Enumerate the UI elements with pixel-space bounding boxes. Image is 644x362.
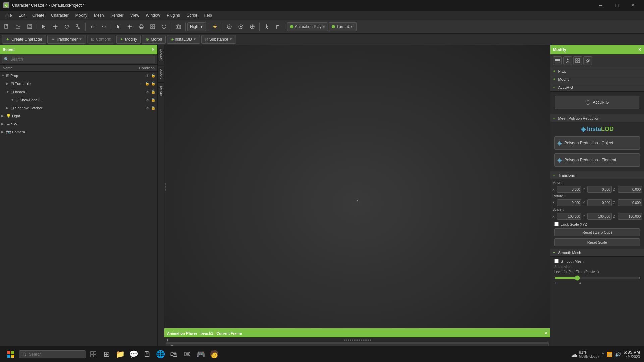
lock-scale-checkbox[interactable] xyxy=(554,222,559,226)
expand-light[interactable]: ▶ xyxy=(1,114,6,118)
taskbar-app-3[interactable]: 💬 xyxy=(127,348,140,360)
expand-sky[interactable]: ▶ xyxy=(1,122,6,126)
section-smooth-mesh[interactable]: − Smooth Mesh xyxy=(550,249,644,257)
taskbar-app-cc4[interactable]: 🧑 xyxy=(208,348,220,360)
anim-player-close[interactable]: ✕ xyxy=(544,331,547,336)
menu-view[interactable]: View xyxy=(127,12,143,19)
system-clock[interactable]: 6:35 PM 4/4/2023 xyxy=(624,350,640,359)
taskbar-app-7[interactable]: 🎮 xyxy=(195,348,207,360)
menu-create[interactable]: Create xyxy=(29,12,48,19)
smooth-level-slider[interactable] xyxy=(554,275,640,281)
camera-button[interactable] xyxy=(173,22,184,32)
eye3-icon[interactable]: 👁 xyxy=(145,98,150,102)
new-file-button[interactable] xyxy=(1,22,12,32)
modify-gear-icon[interactable] xyxy=(583,56,592,65)
create-character-button[interactable]: ✦ Create Character xyxy=(2,35,46,44)
menu-character[interactable]: Character xyxy=(48,12,72,19)
rotate-tool-button[interactable] xyxy=(61,22,72,32)
tree-row-showbonep[interactable]: ▼ ⊟ ShowBoneP... 👁 🔒 xyxy=(0,96,157,104)
tab-content[interactable]: Content xyxy=(158,45,164,65)
poly-reduce-element-button[interactable]: ◈ Polygon Reduction - Element xyxy=(554,153,640,167)
taskbar-app-edge[interactable]: 🌐 xyxy=(154,348,166,360)
rot-x-input[interactable] xyxy=(557,199,581,206)
menu-edit[interactable]: Edit xyxy=(15,12,29,19)
tree-row-prop[interactable]: ▼ ⊞ Prop 👁 🔒 xyxy=(0,72,157,80)
select-tool-button[interactable] xyxy=(39,22,49,32)
start-button[interactable] xyxy=(4,348,17,360)
substance-button[interactable]: ◎ Substance ▼ xyxy=(201,35,236,44)
render-settings-button[interactable] xyxy=(235,22,246,32)
tree-row-sky[interactable]: ▶ ☁ Sky xyxy=(0,120,157,128)
taskbar-search-input[interactable] xyxy=(29,352,82,357)
menu-help[interactable]: Help xyxy=(200,12,215,19)
taskbar-app-mail[interactable]: ✉ xyxy=(181,348,193,360)
smooth-mesh-checkbox[interactable] xyxy=(554,259,559,263)
modify-person-icon[interactable] xyxy=(563,56,572,65)
poly-button[interactable] xyxy=(159,22,169,32)
reset-scale-button[interactable]: Reset Scale xyxy=(554,238,640,246)
weather-widget[interactable]: ☁ 81°F Mostly cloudy xyxy=(571,350,599,358)
section-accurig[interactable]: − AccuRIG xyxy=(550,83,644,92)
lock5-icon[interactable]: 🔒 xyxy=(151,98,156,102)
tab-scene[interactable]: Scene xyxy=(158,65,164,82)
menu-render[interactable]: Render xyxy=(107,12,127,19)
expand-beach1[interactable]: ▼ xyxy=(6,90,11,94)
redo-button[interactable]: ↪ xyxy=(99,22,109,32)
tree-row-camera[interactable]: ▶ 📷 Camera xyxy=(0,128,157,136)
menu-modify[interactable]: Modify xyxy=(72,12,91,19)
undo-button[interactable]: ↩ xyxy=(87,22,98,32)
accurig-button[interactable]: ⬡ AccuRIG xyxy=(555,96,639,109)
modify-grid-icon[interactable] xyxy=(573,56,582,65)
lock2-icon[interactable]: 🔒 xyxy=(145,81,150,86)
taskbar-app-4[interactable]: 🖹 xyxy=(141,348,153,360)
tree-row-light[interactable]: ▶ 💡 Light xyxy=(0,112,157,120)
conform-button[interactable]: ⊡ Conform xyxy=(87,35,115,44)
eye-icon[interactable]: 👁 xyxy=(145,74,150,78)
quad-button[interactable] xyxy=(147,22,158,32)
snap-button[interactable] xyxy=(136,22,147,32)
scale-tool-button[interactable] xyxy=(73,22,84,32)
modify-settings-icon[interactable] xyxy=(553,56,562,65)
minimize-button[interactable]: ─ xyxy=(593,0,608,11)
maximize-button[interactable]: □ xyxy=(609,0,625,11)
eye4-icon[interactable]: 👁 xyxy=(145,106,150,110)
scale-z-input[interactable] xyxy=(618,213,642,220)
render-option-button[interactable] xyxy=(247,22,258,32)
expand-turntable[interactable]: ▶ xyxy=(6,82,11,85)
sun-button[interactable] xyxy=(210,22,220,32)
rot-z-input[interactable] xyxy=(618,199,642,206)
quality-dropdown[interactable]: High ▼ xyxy=(187,22,206,31)
taskbar-app-explorer[interactable]: 📁 xyxy=(114,348,126,360)
lock4-icon[interactable]: 🔒 xyxy=(151,89,156,94)
section-transform[interactable]: − Transform xyxy=(550,171,644,179)
section-prop[interactable]: + Prop xyxy=(550,67,644,75)
tree-row-shadow-catcher[interactable]: ▶ ⊟ Shadow Catcher 👁 🔒 xyxy=(0,104,157,112)
tray-chevron[interactable]: ^ xyxy=(602,352,604,357)
select-pointer-button[interactable] xyxy=(113,22,124,32)
viewport-area[interactable] xyxy=(164,45,550,328)
move-tool-button[interactable] xyxy=(50,22,61,32)
turntable-button[interactable]: Turntable xyxy=(329,22,356,31)
modify-panel-close[interactable]: ✕ xyxy=(638,47,641,52)
open-file-button[interactable] xyxy=(13,22,23,32)
arrow-icon[interactable]: ↔ xyxy=(139,82,144,86)
render-button[interactable] xyxy=(224,22,235,32)
menu-mesh[interactable]: Mesh xyxy=(91,12,107,19)
figure-button[interactable] xyxy=(261,22,272,32)
lock-icon[interactable]: 🔒 xyxy=(151,73,156,78)
expand-prop[interactable]: ▼ xyxy=(1,74,6,77)
tab-visual[interactable]: Visual xyxy=(158,82,164,100)
expand-camera[interactable]: ▶ xyxy=(1,130,6,134)
scale-x-input[interactable] xyxy=(557,213,581,220)
section-mesh-poly[interactable]: − Mesh Polygon Reduction xyxy=(550,114,644,122)
tree-row-turntable[interactable]: ▶ ⊟ Turntable ↔ 🔒 🔒 xyxy=(0,80,157,88)
tree-row-beach1[interactable]: ▼ ⊟ beach1 👁 🔒 xyxy=(0,88,157,96)
section-modify[interactable]: + Modify xyxy=(550,75,644,83)
scene-search-input[interactable] xyxy=(2,56,155,63)
rot-y-input[interactable] xyxy=(587,199,611,206)
poly-reduce-object-button[interactable]: ◈ Polygon Reduction - Object xyxy=(554,136,640,150)
scene-panel-close[interactable]: ✕ xyxy=(151,47,155,52)
lock3-icon[interactable]: 🔒 xyxy=(151,81,156,86)
move-z-input[interactable] xyxy=(618,186,642,193)
tray-network[interactable]: 📶 xyxy=(607,352,612,357)
